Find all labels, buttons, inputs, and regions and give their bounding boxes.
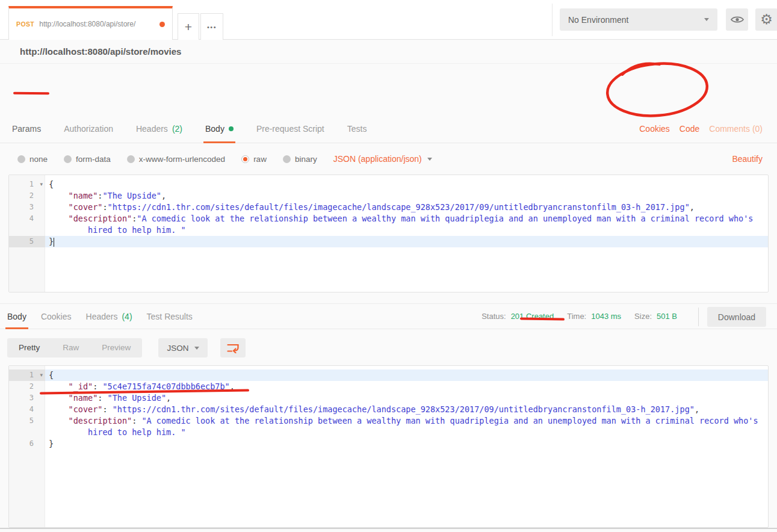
code-line: 5 "description": "A comedic look at the … xyxy=(9,415,768,427)
code-line: 1▾{ xyxy=(9,370,768,381)
line-number: 2 xyxy=(9,190,45,202)
body-set-dot-icon xyxy=(229,126,234,131)
response-tab-headers[interactable]: Headers(4) xyxy=(86,304,132,329)
editor-rows: 1▾{2 "_id": "5c4e715fa74c07dbbb6ecb7b",3… xyxy=(9,366,768,450)
request-url-row: POST http://localhost:8080/api/store/mov… xyxy=(0,64,777,114)
response-format-select[interactable]: JSON xyxy=(158,338,208,357)
comments-link[interactable]: Comments (0) xyxy=(709,124,763,134)
download-button[interactable]: Download xyxy=(707,307,766,327)
tab-headers[interactable]: Headers(2) xyxy=(136,114,182,143)
code-text: { xyxy=(45,179,768,190)
code-line: 3 "name": "The Upside", xyxy=(9,392,768,404)
code-line: 2 "name":"The Upside", xyxy=(9,190,768,202)
wrap-lines-button[interactable] xyxy=(220,338,246,357)
code-text: hired to help him. " xyxy=(45,224,768,236)
line-number: 1▾ xyxy=(9,370,45,381)
mode-label: none xyxy=(29,155,48,164)
eye-icon xyxy=(731,15,744,24)
environment-quicklook-button[interactable] xyxy=(726,8,748,31)
radio-icon xyxy=(127,155,135,163)
tab-label: Authorization xyxy=(64,124,113,134)
tab-label: Body xyxy=(7,312,26,321)
code-text: "_id": "5c4e715fa74c07dbbb6ecb7b", xyxy=(45,381,768,392)
request-tabs-row: ParamsAuthorizationHeaders(2)BodyPre-req… xyxy=(0,114,777,143)
tab-authorization[interactable]: Authorization xyxy=(64,114,113,143)
tab-label: Headers xyxy=(136,124,168,134)
code-text: "name": "The Upside", xyxy=(45,392,768,404)
radio-icon xyxy=(64,155,72,163)
tab-params[interactable]: Params xyxy=(12,114,41,143)
line-number: 5 xyxy=(9,236,45,247)
cookies-link[interactable]: Cookies xyxy=(639,124,670,134)
line-number: 4 xyxy=(9,404,45,415)
body-modes: noneform-datax-www-form-urlencodedrawbin… xyxy=(17,155,317,164)
mode-label: form-data xyxy=(76,155,111,164)
line-number: 4 xyxy=(9,213,45,224)
code-line: hired to help him. " xyxy=(9,427,768,438)
new-tab-button[interactable]: + xyxy=(178,13,199,40)
response-tab-body[interactable]: Body xyxy=(7,304,26,329)
mode-binary[interactable]: binary xyxy=(283,155,317,164)
request-tab[interactable]: POST http://localhost:8080/api/store/ xyxy=(8,6,173,40)
mode-form-data[interactable]: form-data xyxy=(64,155,111,164)
response-view-switch: PrettyRawPreview xyxy=(7,338,142,357)
radio-icon xyxy=(283,155,291,163)
code-text: } xyxy=(45,236,768,247)
wrap-lines-icon xyxy=(227,343,239,353)
tab-label: Headers xyxy=(86,312,118,321)
mode-none[interactable]: none xyxy=(17,155,48,164)
content-type-select[interactable]: JSON (application/json) xyxy=(333,154,432,164)
text-cursor xyxy=(54,238,54,247)
radio-icon xyxy=(241,155,249,163)
fold-caret-icon[interactable]: ▾ xyxy=(40,370,43,381)
status-value: 201 Created xyxy=(511,312,554,321)
line-number: 3 xyxy=(9,202,45,213)
mode-label: x-www-form-urlencoded xyxy=(139,155,225,164)
code-link[interactable]: Code xyxy=(679,124,699,134)
tab-label: Tests xyxy=(347,124,367,134)
top-tab-bar: POST http://localhost:8080/api/store/ + … xyxy=(0,0,777,40)
code-line: 1▾{ xyxy=(9,179,768,190)
time-label: Time: xyxy=(567,312,586,321)
response-body-editor[interactable]: 1▾{2 "_id": "5c4e715fa74c07dbbb6ecb7b",3… xyxy=(8,365,769,528)
request-body-editor[interactable]: 1▾{2 "name":"The Upside",3 "cover":"http… xyxy=(8,175,769,292)
environment-select[interactable]: No Environment xyxy=(560,8,717,31)
response-toolbar: PrettyRawPreview JSON xyxy=(0,329,777,365)
line-number: 3 xyxy=(9,392,45,404)
topbar-divider xyxy=(552,4,553,36)
request-tabs: ParamsAuthorizationHeaders(2)BodyPre-req… xyxy=(0,114,367,143)
view-pretty[interactable]: Pretty xyxy=(7,338,51,357)
radio-icon xyxy=(17,155,25,163)
editor-rows: 1▾{2 "name":"The Upside",3 "cover":"http… xyxy=(9,175,768,247)
code-text: "description":"A comedic look at the rel… xyxy=(45,213,768,224)
size-label: Size: xyxy=(634,312,652,321)
code-text: hired to help him. " xyxy=(45,427,768,438)
mode-x-www-form-urlencoded[interactable]: x-www-form-urlencoded xyxy=(127,155,225,164)
tab-label: Cookies xyxy=(41,312,72,321)
code-text: { xyxy=(45,370,768,381)
tab-label: Test Results xyxy=(147,312,193,321)
tab-count-badge: (4) xyxy=(122,312,132,321)
request-title: http://localhost:8080/api/store/movies xyxy=(20,40,181,64)
code-line: 3 "cover":"https://cdn1.thr.com/sites/de… xyxy=(9,202,768,213)
code-text: "cover": "https://cdn1.thr.com/sites/def… xyxy=(45,404,768,415)
line-number xyxy=(9,224,45,236)
view-raw[interactable]: Raw xyxy=(51,338,90,357)
request-links: Cookies Code Comments (0) xyxy=(639,114,777,143)
bottom-border xyxy=(0,528,777,529)
code-text: "description": "A comedic look at the re… xyxy=(45,415,768,427)
settings-button[interactable]: ⚙ xyxy=(755,8,777,31)
response-tab-test-results[interactable]: Test Results xyxy=(147,304,193,329)
fold-caret-icon[interactable]: ▾ xyxy=(40,179,43,190)
response-tab-cookies[interactable]: Cookies xyxy=(41,304,72,329)
postman-window: POST http://localhost:8080/api/store/ + … xyxy=(0,0,777,532)
tab-tests[interactable]: Tests xyxy=(347,114,367,143)
more-tabs-button[interactable]: ••• xyxy=(200,13,223,40)
view-preview[interactable]: Preview xyxy=(90,338,142,357)
tab-body[interactable]: Body xyxy=(205,114,234,143)
code-line: 5} xyxy=(9,236,768,247)
chevron-down-icon xyxy=(704,18,709,21)
mode-raw[interactable]: raw xyxy=(241,155,267,164)
beautify-link[interactable]: Beautify xyxy=(732,154,763,164)
tab-pre-request-script[interactable]: Pre-request Script xyxy=(256,114,324,143)
